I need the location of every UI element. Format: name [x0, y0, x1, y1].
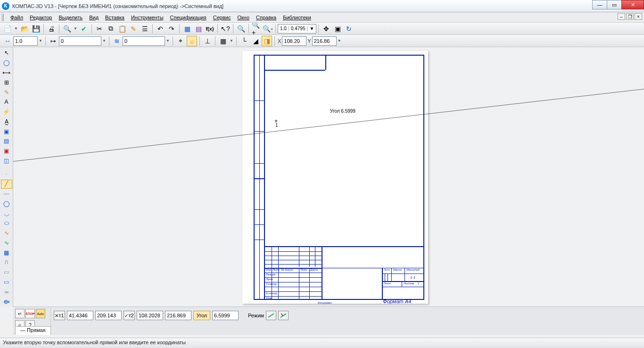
zoom-out-button[interactable]: 🔍-	[263, 24, 273, 34]
state-1-dropdown[interactable]: ▼	[101, 36, 107, 46]
print-button[interactable]: 🖨	[46, 24, 57, 34]
minimize-button[interactable]: —	[592, 0, 607, 9]
rect2-tool-icon[interactable]: ▭	[1, 278, 12, 287]
rounding-button[interactable]: ◢	[250, 36, 261, 46]
param-panel-icon[interactable]: ⚡	[1, 108, 12, 116]
coord-dropdown[interactable]: ▼	[337, 36, 342, 46]
state-input-1[interactable]	[59, 36, 101, 46]
measure-panel-icon[interactable]: A̲	[1, 117, 12, 126]
angle-input[interactable]	[212, 311, 239, 320]
snap-style-button[interactable]: ↦	[48, 36, 58, 46]
child-close-button[interactable]: ×	[635, 13, 642, 20]
views-panel-icon[interactable]: ◫	[1, 157, 12, 166]
copy-button[interactable]: ⧉	[106, 24, 116, 34]
properties-button[interactable]: ☰	[140, 24, 150, 34]
geometry-panel-icon[interactable]: ◯	[1, 58, 12, 67]
t1-y-input[interactable]	[95, 311, 122, 320]
grid-button[interactable]: ▦	[218, 36, 228, 46]
ortho-button[interactable]: ⊥	[202, 36, 213, 46]
layer-input[interactable]	[123, 36, 165, 46]
local-cs-button[interactable]: └	[239, 36, 249, 46]
child-minimize-button[interactable]: –	[618, 13, 625, 20]
help-context-button[interactable]: ↖?	[220, 24, 231, 34]
undo-button[interactable]: ↶	[155, 24, 165, 34]
circle-tool-icon[interactable]: ◯	[1, 199, 12, 208]
edit-panel-icon[interactable]: ✎	[1, 88, 12, 97]
bezier-tool-icon[interactable]: ∿	[1, 238, 12, 247]
menu-editor[interactable]: Редактор	[27, 14, 55, 21]
point1-toggle[interactable]: ✕т1	[54, 311, 65, 320]
manager-button[interactable]: ▦	[182, 24, 192, 34]
mode-put-button[interactable]	[278, 311, 289, 320]
rect-tool-icon[interactable]: ▭	[1, 268, 12, 277]
preview-button[interactable]: 🔍	[62, 24, 72, 34]
t1-x-input[interactable]	[67, 311, 93, 320]
menu-insert[interactable]: Вставка	[102, 14, 127, 21]
pan-button[interactable]: ✥	[321, 24, 331, 34]
menu-libs[interactable]: Библиотеки	[280, 14, 314, 21]
collect-tool-icon[interactable]: ⟴	[1, 297, 12, 306]
spec-panel-icon[interactable]: ▤	[1, 137, 12, 146]
polyline-tool-icon[interactable]: ⎍	[1, 258, 12, 267]
layer-dropdown[interactable]: ▼	[165, 36, 171, 46]
redo-button[interactable]: ↷	[166, 24, 177, 34]
new-button[interactable]: 📄	[2, 24, 13, 34]
ellipse-tool-icon[interactable]: ⬭	[1, 219, 12, 228]
menu-service[interactable]: Сервис	[210, 14, 234, 21]
scale-dropdown-icon[interactable]: ▼	[307, 26, 316, 31]
step-input[interactable]	[13, 36, 38, 46]
zoom-in-button[interactable]: 🔍+	[251, 24, 262, 34]
selection-panel-icon[interactable]: ▣	[1, 127, 12, 136]
menu-help[interactable]: Справка	[253, 14, 279, 21]
maximize-button[interactable]: ▭	[607, 0, 622, 9]
menu-window[interactable]: Окно	[234, 14, 252, 21]
preview-dropdown[interactable]: ▼	[73, 24, 78, 34]
menu-view[interactable]: Вид	[86, 14, 101, 21]
menu-select[interactable]: Выделить	[56, 14, 85, 21]
save-button[interactable]: 💾	[31, 24, 41, 34]
reports-panel-icon[interactable]: ▣	[1, 147, 12, 156]
zoom-scale[interactable]: 1.0 0.4795 ▼	[278, 24, 316, 33]
close-button[interactable]: ✕	[621, 0, 644, 9]
param-mode-button[interactable]: ◨	[262, 36, 272, 46]
stop-button[interactable]: STOP	[25, 309, 35, 318]
fx-button[interactable]: f(x)	[205, 24, 215, 34]
point-tool-icon[interactable]: ·	[1, 170, 12, 179]
grid-dropdown[interactable]: ▼	[229, 36, 234, 46]
menu-tools[interactable]: Инструменты	[128, 14, 166, 21]
mode-noput-button[interactable]	[266, 311, 276, 320]
step-button[interactable]: ↔	[2, 36, 13, 46]
snap-toggle-button[interactable]: ⌖	[175, 36, 186, 46]
auto-create-button[interactable]: Auto	[36, 309, 45, 318]
notation-panel-icon[interactable]: ⊞	[1, 78, 12, 87]
menu-file[interactable]: Файл	[8, 14, 26, 21]
format-painter-button[interactable]: ✎	[128, 24, 139, 34]
drawing-canvas[interactable]: Изм. Лист № докум. Подп. Дата Разраб. Пр…	[13, 47, 644, 307]
t2-y-input[interactable]	[165, 311, 191, 320]
layers-button[interactable]: ≋	[112, 36, 122, 46]
redraw-button[interactable]: ↻	[344, 24, 354, 34]
zoom-fit-button[interactable]: ▣	[332, 24, 343, 34]
point2-toggle[interactable]: ✓т2	[124, 311, 135, 320]
property-tab-line[interactable]: — Прямая	[15, 326, 51, 335]
spline-tool-icon[interactable]: ∿	[1, 229, 12, 238]
t2-x-input[interactable]	[137, 311, 163, 320]
zoom-window-button[interactable]: 🔍	[236, 24, 246, 34]
segment-tool-icon[interactable]: —	[1, 190, 12, 199]
step-dropdown[interactable]: ▼	[38, 36, 43, 46]
new-dropdown[interactable]: ▼	[13, 24, 19, 34]
paste-button[interactable]: 📋	[117, 24, 127, 34]
open-button[interactable]: 📂	[19, 24, 30, 34]
variables-button[interactable]: ▤	[193, 24, 204, 34]
child-restore-button[interactable]: ❐	[626, 13, 634, 20]
snap-active-button[interactable]: ⌕	[187, 36, 197, 46]
coord-y-input[interactable]	[312, 36, 337, 46]
hatch-tool-icon[interactable]: ▩	[1, 248, 12, 257]
create-object-button[interactable]: ↵	[15, 309, 25, 318]
dimensions-panel-icon[interactable]: ⟷	[1, 68, 12, 77]
arrow-tool-icon[interactable]: ↖	[1, 49, 12, 58]
text-panel-icon[interactable]: A	[1, 98, 12, 107]
offset-tool-icon[interactable]: ⫘	[1, 287, 12, 296]
cut-button[interactable]: ✂	[94, 24, 105, 34]
aux-line-tool-icon[interactable]: ╱	[1, 180, 12, 189]
